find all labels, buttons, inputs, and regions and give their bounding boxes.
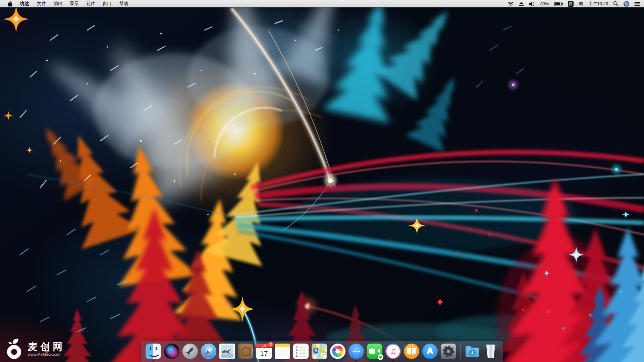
photos-icon-art: [332, 346, 343, 357]
dock-item-reminders[interactable]: [293, 344, 309, 359]
dock-items: 7月172A3D♫A↓: [141, 341, 503, 362]
appstore-icon-art: A: [422, 344, 438, 359]
watermark: 麦创网 www.MeMacX.com: [4, 338, 65, 360]
finder-icon-art: [146, 344, 161, 359]
dock-item-ibooks[interactable]: [404, 344, 419, 359]
siri-icon-art: [164, 344, 179, 359]
dock-item-safari[interactable]: [201, 344, 216, 359]
desktop[interactable]: 访达文件编辑显示前往窗口帮助: [0, 0, 644, 362]
downloads-icon-art: ↓: [469, 349, 476, 356]
running-indicator: [153, 360, 154, 361]
siri-icon: [164, 344, 179, 359]
dock-item-maps[interactable]: A3D: [312, 344, 327, 359]
dock-item-systempreferences[interactable]: [441, 344, 456, 359]
input-method-badge[interactable]: 拼: [568, 1, 574, 7]
mail-stamp-icon: [219, 344, 235, 359]
menu-bar: 访达文件编辑显示前往窗口帮助: [0, 0, 644, 7]
wifi-icon[interactable]: [507, 1, 514, 6]
running-indicator: [392, 360, 394, 361]
app-store-icon: A: [422, 344, 438, 359]
system-preferences-gear-icon: [441, 344, 456, 359]
apple-icon: [8, 1, 13, 7]
itunes-icon-art: ♫: [386, 345, 400, 358]
dock-item-launchpad[interactable]: [182, 344, 198, 359]
notification-center-icon[interactable]: [634, 2, 640, 6]
dock-item-trash[interactable]: [483, 344, 498, 359]
menu-file[interactable]: 文件: [33, 0, 50, 7]
menu-items: 访达文件编辑显示前往窗口帮助: [0, 0, 132, 7]
notes-icon-art: [275, 344, 290, 359]
maps-icon-art: A3D: [312, 344, 327, 359]
dock-item-calendar[interactable]: 7月172: [256, 344, 272, 359]
siri-icon[interactable]: [624, 1, 629, 7]
safari-compass-icon: [201, 344, 216, 359]
menu-edit[interactable]: 编辑: [50, 0, 66, 7]
watermark-url: www.MeMacX.com: [28, 352, 65, 356]
menu-window[interactable]: 窗口: [99, 0, 115, 7]
running-indicator: [319, 360, 320, 361]
menu-finder[interactable]: 访达: [16, 0, 33, 7]
dock-item-downloads[interactable]: ↓: [465, 344, 480, 359]
contacts-icon-art: [238, 344, 253, 359]
safari-icon-art: [201, 344, 216, 359]
trash-icon: [483, 344, 498, 359]
maps-icon: A3D: [312, 344, 327, 359]
battery-icon[interactable]: [554, 2, 563, 6]
photos-flower-icon: [330, 344, 345, 359]
red-trees-left: [60, 208, 233, 362]
reminders-icon-art: [293, 344, 309, 359]
cyan-trees: [322, 0, 474, 153]
watermark-text: 麦创网 www.MeMacX.com: [28, 342, 65, 357]
eject-icon[interactable]: [519, 2, 524, 6]
itunes-note-icon: ♫: [385, 344, 401, 359]
downloads-folder-icon: ↓: [465, 344, 480, 359]
messages-bubble-icon: [348, 344, 364, 359]
menu-go[interactable]: 前往: [83, 0, 99, 7]
dock-separator: [460, 343, 461, 359]
running-indicator: [356, 360, 357, 361]
dock-item-facetime[interactable]: [367, 344, 382, 359]
maps-pin: A: [313, 348, 318, 354]
notes-icon: [275, 344, 290, 359]
spotlight-search-icon[interactable]: [613, 1, 619, 6]
dock-item-messages[interactable]: [348, 344, 364, 359]
dock: 7月172A3D♫A↓: [141, 341, 503, 362]
dock-item-siri[interactable]: [164, 344, 179, 359]
facetime-camera-icon: [367, 344, 382, 359]
menu-help[interactable]: 帮助: [115, 0, 132, 7]
menu-status-area: 83% 拼 周二 上午10:23: [507, 1, 644, 7]
dock-item-notes[interactable]: [275, 344, 290, 359]
trash-icon-art: [485, 345, 496, 358]
dock-item-itunes[interactable]: ♫: [385, 344, 401, 359]
ibooks-icon: [404, 344, 419, 359]
apple-menu[interactable]: [5, 1, 16, 7]
blue-dashes-topright: [476, 26, 524, 87]
systempreferences-icon-art: [441, 344, 456, 359]
battery-percent: 83%: [540, 1, 549, 6]
launchpad-icon-art: [182, 344, 198, 359]
watermark-title: 麦创网: [28, 342, 65, 352]
messages-icon-art: [348, 344, 364, 359]
menu-view[interactable]: 显示: [66, 0, 83, 7]
menu-clock[interactable]: 周二 上午10:23: [579, 1, 608, 7]
dock-item-photos[interactable]: [330, 344, 345, 359]
dock-item-contacts[interactable]: [238, 344, 253, 359]
contacts-book-icon: [238, 344, 253, 359]
facetime-icon-art: [367, 344, 382, 359]
cyan-dashes: [20, 229, 126, 332]
reminders-icon: [293, 344, 309, 359]
launchpad-rocket-icon: [182, 344, 198, 359]
volume-icon[interactable]: [529, 1, 535, 6]
mail-icon-art: [221, 345, 233, 358]
calendar-day: 17: [256, 348, 272, 359]
dock-item-appstore[interactable]: A: [422, 344, 438, 359]
finder-icon: [146, 344, 161, 359]
wallpaper-art: [0, 0, 644, 362]
maps-3d-compass: 3D: [321, 352, 327, 358]
wallpaper: [0, 0, 644, 362]
ibooks-icon-art: [404, 344, 419, 359]
dock-item-mail[interactable]: [219, 344, 235, 359]
memacx-apple-ring-logo: [4, 338, 24, 360]
notification-badge: 2: [268, 342, 274, 348]
dock-item-finder[interactable]: [146, 344, 161, 359]
